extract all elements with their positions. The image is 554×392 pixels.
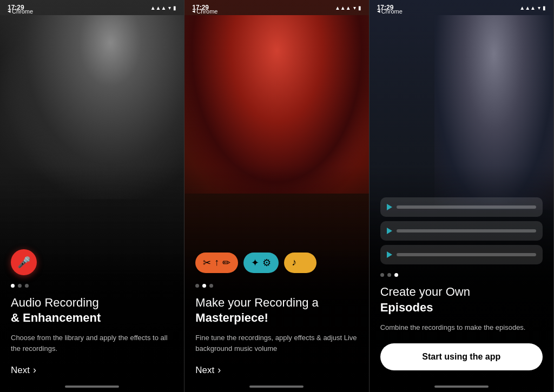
dot-3 <box>25 284 29 288</box>
back-arrow-icon: ◂ <box>8 8 11 15</box>
dot-2 <box>18 284 22 288</box>
panel1-title: Audio Recording & Enhancement <box>11 295 173 326</box>
pencil-icon: ✏ <box>222 257 230 269</box>
panel2-title: Make your Recording a Masterpiece! <box>195 295 358 326</box>
music-icon: ♪ <box>292 257 296 268</box>
home-indicator-3 <box>434 386 489 388</box>
play-icon-1 <box>387 204 392 210</box>
wifi-icon-3: ▾ <box>538 5 540 11</box>
play-icon-2 <box>387 228 392 234</box>
next-arrow-icon-2: › <box>217 364 221 376</box>
start-using-app-button[interactable]: Start using the app <box>380 343 543 370</box>
dot-1-active <box>11 284 15 288</box>
mic-button[interactable]: 🎤 <box>11 249 37 275</box>
browser-back-1: ◂ Chrome <box>8 8 33 15</box>
signal-icon: ▲▲▲ <box>150 5 167 11</box>
episode-item-1[interactable] <box>380 197 543 217</box>
status-icons-3: ▲▲▲ ▾ ▮ <box>519 5 546 11</box>
panel2-content: ✂ ↑ ✏ ✦ ⚙ ♪ Make your Recording a Master… <box>184 247 368 392</box>
episode-bar-3 <box>397 253 536 256</box>
microphone-icon: 🎤 <box>17 256 31 269</box>
play-icon-3 <box>387 251 392 258</box>
panel1-content: 🎤 Audio Recording & Enhancement Choose f… <box>0 249 184 392</box>
pill-music[interactable]: ♪ <box>284 253 316 273</box>
browser-back-3: ◂ Chrome <box>377 8 403 15</box>
pill-effects[interactable]: ✦ ⚙ <box>243 253 279 273</box>
pill-edit[interactable]: ✂ ↑ ✏ <box>195 253 238 273</box>
next-button-2[interactable]: Next › <box>195 364 358 376</box>
scissors-icon: ✂ <box>203 257 211 269</box>
up-arrow-icon: ↑ <box>214 257 219 268</box>
next-arrow-icon-1: › <box>33 364 36 376</box>
dot-2-active <box>202 284 206 288</box>
signal-icon-2: ▲▲▲ <box>335 5 351 11</box>
signal-icon-3: ▲▲▲ <box>519 5 536 11</box>
wifi-icon-2: ▾ <box>353 5 356 11</box>
onboarding-panel-3: 17:29 ▲▲▲ ▾ ▮ ◂ Chrome <box>370 0 554 392</box>
dot-3 <box>209 284 213 288</box>
toolbar-pills: ✂ ↑ ✏ ✦ ⚙ ♪ <box>195 253 358 273</box>
pagination-dots-3 <box>380 273 543 277</box>
sliders-icon: ⚙ <box>262 257 271 269</box>
panel1-description: Choose from the library and apply the ef… <box>11 333 173 354</box>
panel2-description: Fine tune the recordings, apply effects … <box>195 333 358 354</box>
dot-3-active <box>394 273 398 277</box>
panel3-description: Combine the recordings to make the episo… <box>380 322 543 333</box>
onboarding-panel-2: 17:29 ▲▲▲ ▾ ▮ ◂ Chrome ✂ ↑ ✏ ✦ ⚙ ♪ <box>184 0 369 392</box>
magic-icon: ✦ <box>251 257 259 269</box>
dot-1 <box>380 273 384 277</box>
pagination-dots-1 <box>11 284 173 288</box>
status-icons-1: ▲▲▲ ▾ ▮ <box>150 5 177 11</box>
battery-icon: ▮ <box>173 5 176 11</box>
episode-bar-1 <box>397 205 536 209</box>
home-indicator-2 <box>249 386 304 388</box>
wifi-icon: ▾ <box>168 5 171 11</box>
episode-item-2[interactable] <box>380 221 543 241</box>
home-indicator-1 <box>65 386 119 388</box>
back-arrow-icon-2: ◂ <box>192 8 195 15</box>
panel3-content: Create your Own Episodes Combine the rec… <box>370 197 553 392</box>
status-icons-2: ▲▲▲ ▾ ▮ <box>335 5 361 11</box>
pagination-dots-2 <box>195 284 358 288</box>
episode-bar-2 <box>397 229 536 232</box>
browser-back-2: ◂ Chrome <box>192 8 217 15</box>
dot-2 <box>387 273 391 277</box>
battery-icon-3: ▮ <box>543 5 546 11</box>
dot-1 <box>195 284 199 288</box>
episode-list <box>380 197 543 264</box>
back-arrow-icon-3: ◂ <box>377 8 380 15</box>
battery-icon-2: ▮ <box>358 5 361 11</box>
panel3-title: Create your Own Episodes <box>380 284 543 315</box>
next-button-1[interactable]: Next › <box>11 364 173 376</box>
episode-item-3[interactable] <box>380 245 543 264</box>
onboarding-panel-1: 17:29 ▲▲▲ ▾ ▮ ◂ Chrome 🎤 Audio Recording… <box>0 0 184 392</box>
